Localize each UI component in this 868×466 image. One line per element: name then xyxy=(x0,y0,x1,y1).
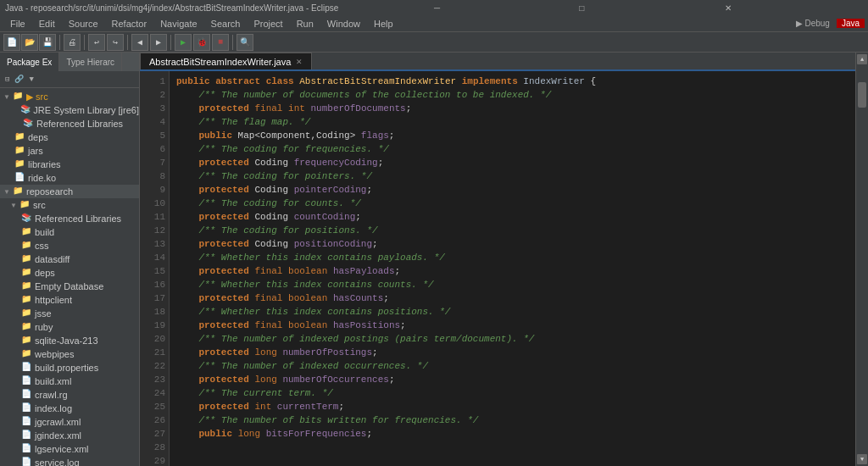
menu-project[interactable]: Project xyxy=(247,15,289,31)
folder-icon-emptydb: 📁 xyxy=(20,280,32,292)
tree-label-css: css xyxy=(35,241,49,251)
folder-icon-css: 📁 xyxy=(20,240,32,252)
tree-jgindex[interactable]: 📄 jgindex.xml xyxy=(0,429,139,442)
folder-icon-build: 📁 xyxy=(20,226,32,238)
undo-btn[interactable]: ↩ xyxy=(88,34,105,51)
folder-icon-deps2: 📁 xyxy=(20,267,32,279)
tab-package-explorer[interactable]: Package Ex xyxy=(0,53,59,71)
scroll-down-btn[interactable]: ▼ xyxy=(857,454,867,464)
editor-tab-label: AbstractBitStreamIndexWriter.java xyxy=(149,57,291,67)
tree-label-reflibs2: Referenced Libraries xyxy=(35,214,121,224)
folder-icon-root: 📁 xyxy=(12,91,24,103)
save-btn[interactable]: 💾 xyxy=(39,34,56,51)
tree-buildxml[interactable]: 📄 build.xml xyxy=(0,374,139,388)
tree-root[interactable]: ▼ 📁 ▶ src xyxy=(0,90,139,103)
menu-window[interactable]: Window xyxy=(320,15,367,31)
file-icon-buildxml: 📄 xyxy=(20,375,32,387)
menu-navigate[interactable]: Navigate xyxy=(153,15,203,31)
print-btn[interactable]: 🖨 xyxy=(64,34,81,51)
tree-lgservice[interactable]: 📄 lgservice.xml xyxy=(0,442,139,456)
tree-css[interactable]: 📁 css xyxy=(0,239,139,252)
tree-label-jsse: jsse xyxy=(35,308,52,319)
menu-edit[interactable]: Edit xyxy=(32,15,62,31)
tree-label-jre: JRE System Library [jre6] xyxy=(33,105,139,115)
lib-icon-reflibs1: 📚 xyxy=(22,118,34,130)
tree-jsse[interactable]: 📁 jsse xyxy=(0,307,139,320)
new-btn[interactable]: 📄 xyxy=(3,34,20,51)
tree-datasdiff[interactable]: 📁 datasdiff xyxy=(0,252,139,266)
tree-label-sqlitejava: sqlite-Java-213 xyxy=(35,336,98,346)
view-menu-btn[interactable]: ▼ xyxy=(27,75,35,84)
editor-tab-abstractbitstream[interactable]: AbstractBitStreamIndexWriter.java ✕ xyxy=(140,53,312,69)
file-icon-jgcrawl: 📄 xyxy=(20,416,32,428)
tree-webpipes[interactable]: 📁 webpipes xyxy=(0,347,139,361)
editor-tab-close[interactable]: ✕ xyxy=(296,58,303,66)
tree-arrow-src2: ▼ xyxy=(10,202,19,209)
tree-buildprops[interactable]: 📄 build.properties xyxy=(0,361,139,374)
left-toolbar: ⊟ 🔗 ▼ xyxy=(0,71,139,88)
menu-bar: File Edit Source Refactor Navigate Searc… xyxy=(0,15,868,32)
left-panel: Package Ex Type Hierarc ⊟ 🔗 ▼ ▼ 📁 ▶ src … xyxy=(0,53,140,466)
window-title: Java - reposearch/src/it/unimi/dsi/mg4j/… xyxy=(5,3,434,13)
tree-emptydb[interactable]: 📁 Empty Database xyxy=(0,280,139,293)
tree-label-buildxml: build.xml xyxy=(35,376,71,386)
folder-icon-jars: 📁 xyxy=(14,145,25,157)
tree-jars[interactable]: 📁 jars xyxy=(0,144,139,158)
tree-ruby[interactable]: 📁 ruby xyxy=(0,320,139,334)
tree-label-webpipes: webpipes xyxy=(35,349,74,359)
maximize-btn[interactable]: □ xyxy=(579,3,717,13)
tree-label-build: build xyxy=(35,227,54,237)
tree-reflibs1[interactable]: 📚 Referenced Libraries xyxy=(0,117,139,130)
tree-label-root: ▶ src xyxy=(26,92,48,103)
tree-src2[interactable]: ▼ 📁 src xyxy=(0,198,139,212)
code-editor[interactable]: public abstract class AbstractBitStreamI… xyxy=(170,71,855,466)
tree-libraries[interactable]: 📁 libraries xyxy=(0,158,139,171)
tree-reposearch[interactable]: ▼ 📁 reposearch xyxy=(0,185,139,198)
stop-btn[interactable]: ■ xyxy=(212,34,229,51)
redo-btn[interactable]: ↪ xyxy=(107,34,124,51)
tree-jgcrawl[interactable]: 📄 jgcrawl.xml xyxy=(0,415,139,429)
debug-btn[interactable]: 🐞 xyxy=(193,34,210,51)
search-toolbar-btn[interactable]: 🔍 xyxy=(236,34,253,51)
file-icon-buildprops: 📄 xyxy=(20,362,32,374)
tree-rideko[interactable]: 📄 ride.ko xyxy=(0,171,139,185)
lib-icon-reflibs2: 📚 xyxy=(20,213,32,225)
minimize-btn[interactable]: ─ xyxy=(434,3,572,13)
folder-icon-datasdiff: 📁 xyxy=(20,253,32,265)
tree-crawlrg[interactable]: 📄 crawl.rg xyxy=(0,388,139,402)
folder-icon-reposearch: 📁 xyxy=(12,186,24,197)
tree-httpclient[interactable]: 📁 httpclient xyxy=(0,293,139,307)
scroll-overview-btn[interactable]: ▲ xyxy=(857,54,867,64)
menu-run[interactable]: Run xyxy=(290,15,320,31)
file-tree: ▼ 📁 ▶ src 📚 JRE System Library [jre6] 📚 … xyxy=(0,88,139,466)
tree-label-rideko: ride.ko xyxy=(28,173,56,183)
tree-sqlitejava[interactable]: 📁 sqlite-Java-213 xyxy=(0,334,139,347)
tree-reflibs2[interactable]: 📚 Referenced Libraries xyxy=(0,212,139,225)
file-icon-servicelog: 📄 xyxy=(20,457,32,466)
tree-servicelog[interactable]: 📄 service.log xyxy=(0,456,139,466)
file-icon-rideko: 📄 xyxy=(14,172,25,184)
tree-indexlog[interactable]: 📄 index.log xyxy=(0,402,139,415)
tree-deps2[interactable]: 📁 deps xyxy=(0,266,139,280)
menu-search[interactable]: Search xyxy=(204,15,248,31)
folder-icon-sqlitejava: 📁 xyxy=(20,335,32,347)
tree-build[interactable]: 📁 build xyxy=(0,225,139,239)
run-btn[interactable]: ▶ xyxy=(175,34,192,51)
menu-refactor[interactable]: Refactor xyxy=(105,15,154,31)
file-icon-lgservice: 📄 xyxy=(20,443,32,455)
collapse-all-btn[interactable]: ⊟ xyxy=(3,75,11,84)
close-btn[interactable]: ✕ xyxy=(725,3,863,13)
tab-type-hierarchy[interactable]: Type Hierarc xyxy=(59,53,122,71)
forward-btn[interactable]: ▶ xyxy=(150,34,167,51)
link-editor-btn[interactable]: 🔗 xyxy=(13,75,25,84)
back-btn[interactable]: ◀ xyxy=(131,34,148,51)
tree-label-jgindex: jgindex.xml xyxy=(35,430,81,441)
tree-jre[interactable]: 📚 JRE System Library [jre6] xyxy=(0,103,139,117)
tree-deps1[interactable]: 📁 deps xyxy=(0,130,139,144)
menu-source[interactable]: Source xyxy=(62,15,105,31)
left-tab-bar: Package Ex Type Hierarc xyxy=(0,53,139,71)
menu-file[interactable]: File xyxy=(3,15,32,31)
open-btn[interactable]: 📂 xyxy=(21,34,38,51)
folder-icon-libraries: 📁 xyxy=(14,158,25,170)
menu-help[interactable]: Help xyxy=(367,15,400,31)
